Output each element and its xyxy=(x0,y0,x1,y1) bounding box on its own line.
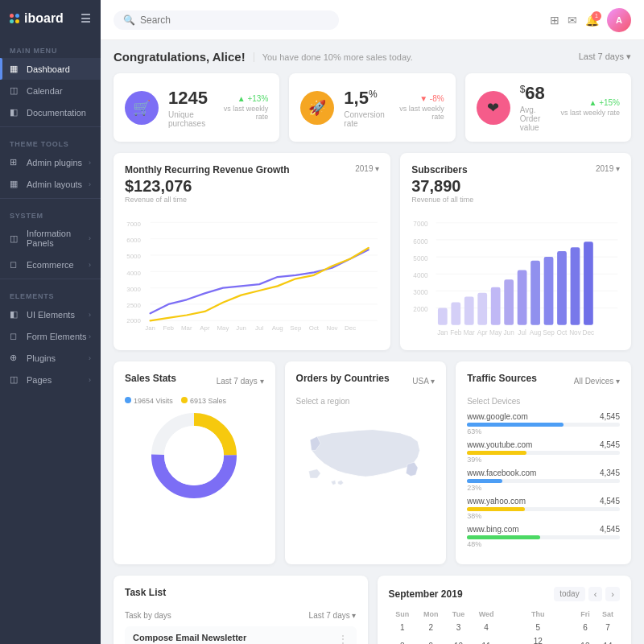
bottom-row: Sales Stats Last 7 days ▾ 19654 Visits 6… xyxy=(114,361,631,564)
sidebar-item-ui-elements[interactable]: ◧ UI Elements › xyxy=(0,303,101,325)
traffic-item-google: www.google.com 4,545 63% xyxy=(467,412,620,436)
traffic-bar-bg xyxy=(467,451,620,455)
subscribers-year-filter[interactable]: 2019 ▾ xyxy=(596,164,620,173)
traffic-bar xyxy=(467,507,525,511)
svg-text:Nov: Nov xyxy=(326,324,337,332)
svg-rect-49 xyxy=(584,242,593,324)
calendar-card: September 2019 today ‹ › Sun Mon T xyxy=(378,576,632,644)
sidebar-item-info-panels[interactable]: ◫ Information Panels › xyxy=(0,223,101,254)
cal-date[interactable]: 5 xyxy=(502,621,575,634)
svg-text:5000: 5000 xyxy=(126,253,141,260)
avatar[interactable]: A xyxy=(607,8,631,32)
traffic-bar xyxy=(467,451,526,455)
order-value-icon: ❤ xyxy=(477,91,510,125)
svg-text:Jul: Jul xyxy=(255,324,263,332)
hamburger-icon[interactable]: ☰ xyxy=(80,12,91,25)
legend-sales: 6913 Sales xyxy=(181,397,226,405)
cal-date[interactable]: 2 xyxy=(416,621,446,634)
admin-plugins-icon: ⊞ xyxy=(10,157,21,167)
cal-date[interactable]: 4 xyxy=(471,621,501,634)
order-value-pct: ▲ +15% xyxy=(560,98,620,107)
stat-card-purchases: 🛒 1245 Unique purchases ▲ +13% vs last w… xyxy=(114,73,279,142)
subscribers-chart-header: Subscribers 37,890 Revenue of all time 2… xyxy=(411,164,620,210)
sidebar-item-pages[interactable]: ◫ Pages › xyxy=(0,369,101,390)
plugins-icon: ⊕ xyxy=(10,353,21,363)
svg-text:4000: 4000 xyxy=(126,270,141,277)
ecommerce-icon: ◻ xyxy=(10,259,21,270)
sidebar-item-documentation[interactable]: ◧ Documentation xyxy=(0,101,101,123)
grid-icon[interactable]: ⊞ xyxy=(550,14,559,27)
cal-date[interactable]: 11 xyxy=(471,634,501,644)
cal-date[interactable]: 1 xyxy=(389,621,416,634)
purchases-value: 1245 xyxy=(168,88,208,109)
notification-bell[interactable]: 🔔 1 xyxy=(585,14,599,27)
cal-day-sun: Sun xyxy=(389,608,416,621)
search-input[interactable] xyxy=(140,14,329,26)
traffic-site-name: www.yahoo.com xyxy=(467,497,526,506)
sidebar-item-admin-layouts[interactable]: ▦ Admin layouts › xyxy=(0,173,101,195)
cal-date[interactable]: 12Sony Meeting xyxy=(502,634,575,644)
arrow-icon3: › xyxy=(89,234,91,242)
documentation-icon: ◧ xyxy=(10,107,21,118)
cal-date[interactable]: 7 xyxy=(596,621,620,634)
cal-today-btn[interactable]: today xyxy=(554,587,584,601)
traffic-site-name: www.bing.com xyxy=(467,525,518,534)
purchases-body: 1245 Unique purchases xyxy=(168,88,208,128)
date-filter[interactable]: Last 7 days ▾ xyxy=(579,52,631,62)
revenue-chart-value: $123,076 xyxy=(125,177,290,196)
traffic-bar-bg xyxy=(467,507,620,511)
logo-dots xyxy=(10,14,19,23)
calendar-header: September 2019 today ‹ › xyxy=(389,587,621,601)
mail-icon[interactable]: ✉ xyxy=(568,14,577,27)
cal-date[interactable]: 14 xyxy=(596,634,620,644)
sidebar-item-plugins[interactable]: ⊕ Plugins › xyxy=(0,347,101,369)
cal-date[interactable]: 8 xyxy=(389,634,416,644)
traffic-item-facebook: www.facebook.com 4,345 23% xyxy=(467,469,620,492)
ui-elements-icon: ◧ xyxy=(10,309,21,320)
cal-date[interactable]: 6 xyxy=(575,621,596,634)
arrow-icon7: › xyxy=(89,354,91,362)
sidebar-item-form-elements[interactable]: ◻ Form Elements › xyxy=(0,325,101,347)
logo-dot-yellow xyxy=(15,19,19,23)
conversion-icon: 🚀 xyxy=(300,91,334,125)
cal-day-mon: Mon xyxy=(416,608,446,621)
cal-next-btn[interactable]: › xyxy=(605,587,620,601)
sidebar-item-ecommerce[interactable]: ◻ Ecommerce › xyxy=(0,254,101,275)
cal-date[interactable]: 10 xyxy=(446,634,472,644)
sidebar-item-admin-plugins[interactable]: ⊞ Admin plugins › xyxy=(0,151,101,173)
traffic-site-youtube: www.youtube.com 4,545 xyxy=(467,440,620,449)
svg-text:Oct: Oct xyxy=(309,324,320,332)
cal-prev-btn[interactable]: ‹ xyxy=(588,587,603,601)
svg-text:Feb: Feb xyxy=(450,329,462,336)
conversion-body: 1,5% Conversion rate xyxy=(344,88,385,128)
traffic-site-bing: www.bing.com 4,545 xyxy=(467,525,620,534)
traffic-bar-bg xyxy=(467,479,620,483)
revenue-year-filter[interactable]: 2019 ▾ xyxy=(355,164,379,173)
svg-text:Feb: Feb xyxy=(163,324,174,332)
purchases-label: Unique purchases xyxy=(168,110,208,128)
traffic-pct: 23% xyxy=(467,484,620,492)
traffic-pct: 39% xyxy=(467,456,620,464)
traffic-site-count: 4,545 xyxy=(600,497,620,506)
conversion-vs: vs last weekly rate xyxy=(394,105,444,121)
svg-rect-43 xyxy=(505,279,514,324)
svg-text:Nov: Nov xyxy=(569,329,582,336)
svg-text:Jul: Jul xyxy=(518,329,527,336)
cal-date[interactable]: 3 xyxy=(446,621,472,634)
sidebar-item-calendar[interactable]: ◫ Calendar xyxy=(0,80,101,101)
traffic-device-filter[interactable]: All Devices ▾ xyxy=(574,377,620,386)
theme-tools-label: THEME TOOLS xyxy=(0,130,101,151)
svg-text:Apr: Apr xyxy=(477,329,488,336)
cal-date[interactable]: 9 xyxy=(416,634,446,644)
svg-text:Jan: Jan xyxy=(437,329,448,336)
sidebar-item-dashboard[interactable]: ▦ Dashboard xyxy=(0,58,101,80)
cal-date[interactable]: 13 xyxy=(575,634,596,644)
svg-text:Dec: Dec xyxy=(583,329,595,336)
logo-dot-green xyxy=(10,19,14,23)
sales-filter[interactable]: Last 7 days ▾ xyxy=(217,377,264,386)
task-filter[interactable]: Last 7 days ▾ xyxy=(309,611,357,620)
orders-region-filter[interactable]: USA ▾ xyxy=(412,377,435,386)
task-dots-1[interactable]: ⋮ xyxy=(337,633,349,644)
elements-label: ELEMENTS xyxy=(0,283,101,303)
order-value-body: $68 Avg. Order value xyxy=(520,83,551,132)
